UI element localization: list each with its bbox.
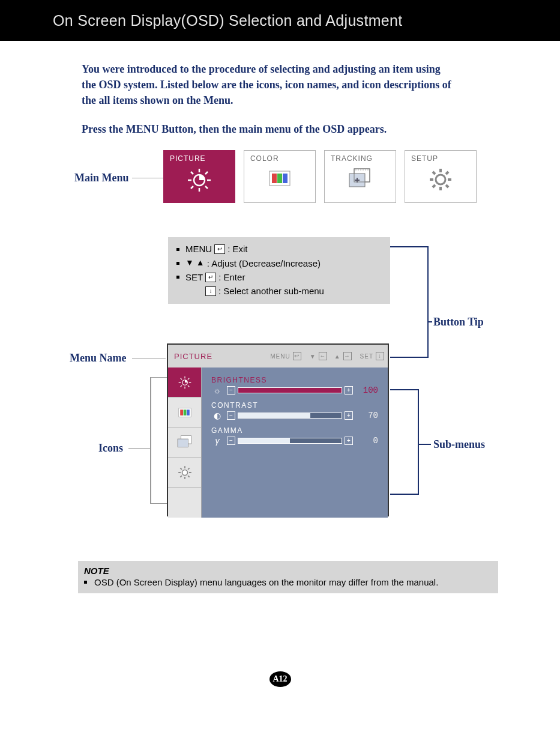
callout-icons: Icons xyxy=(98,442,123,455)
btn-tip-menu-desc: : Exit xyxy=(227,242,247,256)
svg-point-41 xyxy=(182,470,187,475)
bracket-line xyxy=(150,503,167,504)
button-tip-box: MENU ↩ : Exit ▼ ▲ : Adjust (Decrease/Inc… xyxy=(168,237,390,304)
svg-rect-12 xyxy=(283,174,288,183)
osd-nav-menu: MENU xyxy=(270,353,290,360)
svg-line-8 xyxy=(205,172,208,174)
svg-line-46 xyxy=(180,468,182,470)
submenu-gamma[interactable]: GAMMA γ − + 0 xyxy=(211,426,378,446)
tab-color[interactable]: COLOR xyxy=(244,150,316,203)
callout-line xyxy=(132,178,163,178)
tracking-icon xyxy=(346,166,375,192)
tracking-icon xyxy=(175,434,194,451)
tab-tracking[interactable]: TRACKING xyxy=(324,150,396,203)
submenu-contrast[interactable]: CONTRAST ◐ − + 70 xyxy=(211,401,378,420)
right-icon: → xyxy=(343,352,352,360)
intro-p2: Press the MENU Button, then the main men… xyxy=(82,121,454,137)
osd-submenu-panel: BRIGHTNESS ☼ − + 100 CONTRAST xyxy=(202,367,388,518)
submenu-value: 70 xyxy=(357,411,378,420)
page-number: A12 xyxy=(269,671,291,687)
tab-label: SETUP xyxy=(409,154,472,163)
submenu-value: 100 xyxy=(357,386,378,395)
exit-icon: ↩ xyxy=(214,244,225,254)
callout-button-tip: Button Tip xyxy=(433,316,484,328)
svg-line-22 xyxy=(433,172,435,174)
svg-point-17 xyxy=(436,175,445,184)
svg-rect-37 xyxy=(183,410,186,416)
slider-bar[interactable] xyxy=(238,387,342,393)
slider-bar[interactable] xyxy=(238,438,342,444)
down-select-icon: ↓ xyxy=(205,286,216,296)
bracket-line xyxy=(150,377,151,503)
note-body: OSD (On Screen Display) menu languages o… xyxy=(94,577,438,587)
up-arrow-icon: ▲ xyxy=(334,353,341,360)
svg-line-24 xyxy=(433,185,435,187)
gamma-icon: γ xyxy=(211,436,223,446)
bracket-line xyxy=(150,377,167,378)
osd-icon-brightness[interactable] xyxy=(168,367,201,398)
color-icon xyxy=(266,166,294,190)
svg-line-33 xyxy=(180,386,181,387)
submenu-brightness[interactable]: BRIGHTNESS ☼ − + 100 xyxy=(211,376,378,395)
callout-main-menu: Main Menu xyxy=(74,172,129,184)
svg-line-47 xyxy=(188,476,190,477)
brightness-icon xyxy=(185,166,213,194)
slider-bar[interactable] xyxy=(238,413,342,419)
osd-icon-setup[interactable] xyxy=(168,458,201,488)
plus-icon: + xyxy=(345,411,353,420)
submenu-label: CONTRAST xyxy=(211,401,378,410)
minus-icon: − xyxy=(227,386,235,395)
bracket-line xyxy=(390,389,419,390)
note-title: NOTE xyxy=(84,566,492,576)
bracket-line xyxy=(418,444,431,445)
submenu-label: BRIGHTNESS xyxy=(211,376,378,384)
osd-panel: PICTURE MENU ↩ ▼ ← ▲ → SET ↓ xyxy=(167,343,389,516)
callout-menu-name: Menu Name xyxy=(70,352,126,364)
intro-p1: You were introduced to the procedure of … xyxy=(82,61,454,108)
osd-title-bar: PICTURE MENU ↩ ▼ ← ▲ → SET ↓ xyxy=(168,345,388,367)
note-box: NOTE OSD (On Screen Display) menu langua… xyxy=(78,561,498,593)
bracket-line xyxy=(390,494,419,495)
submenu-label: GAMMA xyxy=(211,426,378,435)
page-title: On Screen Display(OSD) Selection and Adj… xyxy=(53,12,402,29)
svg-line-25 xyxy=(446,172,448,174)
osd-menu-name: PICTURE xyxy=(174,352,228,361)
exit-icon: ↩ xyxy=(293,352,301,360)
sun-icon: ☼ xyxy=(211,386,223,395)
osd-icon-tracking[interactable] xyxy=(168,428,201,458)
svg-line-5 xyxy=(191,172,193,174)
osd-nav-hints: MENU ↩ ▼ ← ▲ → SET ↓ xyxy=(233,352,388,360)
plus-icon: + xyxy=(345,386,353,395)
svg-line-34 xyxy=(187,378,188,380)
svg-line-6 xyxy=(205,186,208,189)
bullet-icon xyxy=(84,581,87,584)
bullet-icon xyxy=(176,276,179,279)
callout-line xyxy=(128,448,150,449)
bullet-icon xyxy=(176,262,179,265)
page-header: On Screen Display(OSD) Selection and Adj… xyxy=(0,0,560,41)
diagram-area: Main Menu PICTURE COLOR xyxy=(36,150,524,546)
tab-setup[interactable]: SETUP xyxy=(405,150,477,203)
svg-rect-40 xyxy=(178,439,188,447)
bracket-line xyxy=(390,357,429,358)
svg-rect-11 xyxy=(277,174,282,183)
gear-icon xyxy=(176,464,193,481)
intro-block: You were introduced to the procedure of … xyxy=(82,61,454,137)
osd-nav-set: SET xyxy=(360,353,373,360)
color-icon xyxy=(176,405,194,420)
callout-sub-menus: Sub-menus xyxy=(433,438,485,451)
down-arrow-icon: ▼ xyxy=(310,353,316,360)
osd-side-icons xyxy=(168,367,202,518)
svg-line-7 xyxy=(191,186,193,189)
svg-line-31 xyxy=(180,378,181,380)
tab-picture[interactable]: PICTURE xyxy=(163,150,235,203)
osd-icon-color[interactable] xyxy=(168,398,201,428)
left-icon: ← xyxy=(319,352,327,360)
enter-icon: ↵ xyxy=(205,273,216,282)
up-arrow-icon: ▲ xyxy=(196,256,205,270)
svg-rect-38 xyxy=(187,410,190,416)
btn-tip-select-desc: : Select another sub-menu xyxy=(218,284,324,298)
bracket-line xyxy=(427,321,432,322)
btn-tip-menu-label: MENU xyxy=(185,242,212,256)
minus-icon: − xyxy=(227,437,235,445)
